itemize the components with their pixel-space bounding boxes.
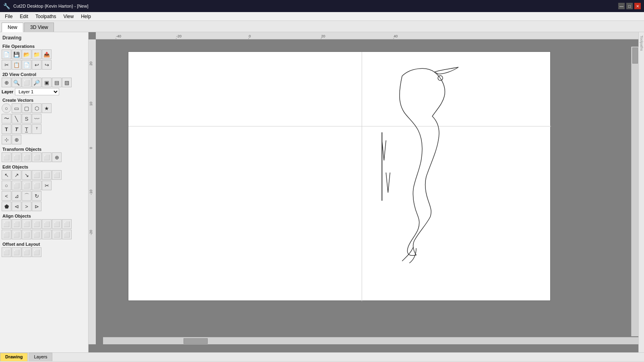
space-btn[interactable]: ⬜ [52, 230, 62, 239]
drawing-area[interactable] [128, 51, 551, 301]
layer-select[interactable]: Layer 1 [15, 88, 59, 95]
ungroup-btn[interactable]: ⬜ [42, 170, 52, 180]
scrollbar-horizontal[interactable] [103, 337, 638, 344]
rect-btn[interactable]: ▭ [12, 103, 21, 113]
curve-btn[interactable]: 〜 [2, 114, 11, 123]
view-fit-btn[interactable]: ▣ [42, 78, 52, 87]
distort-btn[interactable]: ⊕ [52, 152, 62, 162]
open-btn[interactable]: 📂 [22, 49, 31, 59]
center-all-btn[interactable]: ⬜ [42, 230, 52, 239]
menu-view[interactable]: View [60, 13, 77, 20]
scroll-thumb-horizontal[interactable] [184, 338, 208, 344]
node4-btn[interactable]: ↻ [32, 191, 41, 201]
poly1-btn[interactable]: ⬟ [2, 202, 11, 211]
node1-btn[interactable]: < [2, 191, 11, 201]
fit-btn[interactable]: ⬜ [22, 181, 31, 190]
dist-equal-btn[interactable]: ⬜ [22, 230, 31, 239]
redo-btn[interactable]: ↪ [42, 60, 52, 70]
rounded-rect-btn[interactable]: ▢ [22, 103, 31, 113]
close-button2[interactable]: ✕ [634, 3, 641, 9]
align-bottom-btn[interactable]: ⬜ [52, 219, 62, 229]
wave-btn[interactable]: 〰 [32, 114, 41, 123]
align-top-btn[interactable]: ⬜ [32, 219, 41, 229]
poly4-btn[interactable]: ⊳ [32, 202, 41, 211]
svg-text:-20: -20 [89, 230, 93, 235]
create-vec-row3: T T T̲ ᵀ [2, 124, 87, 134]
text-btn[interactable]: T [2, 124, 11, 134]
offset-btn[interactable]: ⬜ [2, 247, 11, 257]
align-right-btn[interactable]: ⬜ [22, 219, 31, 229]
zoom-selected-btn[interactable]: 🔎 [32, 78, 41, 87]
minimize-button2[interactable]: — [618, 3, 625, 9]
dist-v-btn[interactable]: ⬜ [12, 230, 21, 239]
rotate-btn[interactable]: ⬜ [22, 152, 31, 162]
import-vec-btn[interactable]: ⊕ [12, 135, 21, 144]
zoom-in-btn[interactable]: 🔍 [12, 78, 21, 87]
align-page-btn[interactable]: ⬜ [62, 219, 72, 229]
select-node-btn[interactable]: ↗ [12, 170, 21, 180]
copy-btn[interactable]: 📋 [12, 60, 21, 70]
zoom-box-btn[interactable]: ⬜ [22, 78, 31, 87]
tab-new[interactable]: New [2, 23, 23, 32]
text-arc-btn[interactable]: ᵀ [32, 124, 41, 134]
menu-help[interactable]: Help [78, 13, 94, 20]
view-full-btn[interactable]: ▤ [52, 78, 62, 87]
scale-btn[interactable]: ⬜ [12, 152, 21, 162]
line-btn[interactable]: ╲ [12, 114, 21, 123]
spiro-btn[interactable]: S [22, 114, 31, 123]
menubar: File Edit Toolpaths View Help [0, 12, 644, 21]
node3-btn[interactable]: ⌒ [22, 191, 31, 201]
align-center-h-btn[interactable]: ⬜ [12, 219, 21, 229]
poly3-btn[interactable]: > [22, 202, 31, 211]
nest-btn[interactable]: ⬜ [12, 247, 21, 257]
mirror-btn[interactable]: ⬜ [32, 152, 41, 162]
star-btn[interactable]: ★ [42, 103, 52, 113]
paste-btn[interactable]: 📄 [22, 60, 31, 70]
move-btn[interactable]: ⬜ [2, 152, 11, 162]
array-copy-btn[interactable]: ⬜ [42, 152, 52, 162]
undo-btn[interactable]: ↩ [32, 60, 41, 70]
smooth-btn[interactable]: ⬜ [32, 181, 41, 190]
node2-btn[interactable]: ⊿ [12, 191, 21, 201]
pack-btn[interactable]: ⬜ [62, 230, 72, 239]
array-btn[interactable]: ⬜ [32, 247, 41, 257]
layout-btn[interactable]: ⬜ [22, 247, 31, 257]
dist-h-btn[interactable]: ⬜ [2, 230, 11, 239]
right-panel: Toolpaths [638, 32, 644, 352]
scrollbar-vertical[interactable] [631, 47, 638, 336]
polygon-btn[interactable]: ⬡ [32, 103, 41, 113]
menu-file[interactable]: File [2, 13, 16, 20]
text-path-btn[interactable]: T̲ [22, 124, 31, 134]
poly2-btn[interactable]: ⊲ [12, 202, 21, 211]
zoom-extents-btn[interactable]: ⊕ [2, 78, 11, 87]
save-btn[interactable]: 💾 [12, 49, 21, 59]
tab-drawing[interactable]: Drawing [0, 353, 28, 361]
open-folder-btn[interactable]: 📁 [32, 49, 41, 59]
export-btn[interactable]: 📤 [42, 49, 52, 59]
svg-text:20: 20 [89, 62, 93, 66]
canvas-area[interactable]: -40 -20 0 20 40 20 10 0 -10 -20 [89, 32, 638, 352]
maximize-button2[interactable]: □ [626, 3, 633, 9]
tab-layers[interactable]: Layers [29, 353, 52, 361]
select-btn[interactable]: ↖ [2, 170, 11, 180]
cut-btn[interactable]: ✂ [2, 60, 11, 70]
view-tile-btn[interactable]: ▨ [62, 78, 72, 87]
select-group-btn[interactable]: ↘ [22, 170, 31, 180]
group-btn[interactable]: ⬜ [32, 170, 41, 180]
new-file-btn[interactable]: 📄 [2, 49, 11, 59]
join-btn[interactable]: ○ [2, 181, 11, 190]
text-outline-btn[interactable]: T [12, 124, 21, 134]
align-left-btn[interactable]: ⬜ [2, 219, 11, 229]
scroll-thumb-vertical[interactable] [632, 47, 638, 64]
tab-3dview[interactable]: 3D View [24, 23, 54, 32]
drawing-canvas-container[interactable] [96, 39, 638, 344]
bitmap-trace-btn[interactable]: ⊹ [2, 135, 11, 144]
menu-toolpaths[interactable]: Toolpaths [32, 13, 59, 20]
close-btn[interactable]: ⬜ [12, 181, 21, 190]
align-all-btn[interactable]: ⬜ [32, 230, 41, 239]
menu-edit[interactable]: Edit [17, 13, 31, 20]
align-center-v-btn[interactable]: ⬜ [42, 219, 52, 229]
delete-btn[interactable]: ⬜ [52, 170, 62, 180]
scissors-btn[interactable]: ✂ [42, 181, 52, 190]
circle-btn[interactable]: ○ [2, 103, 11, 113]
